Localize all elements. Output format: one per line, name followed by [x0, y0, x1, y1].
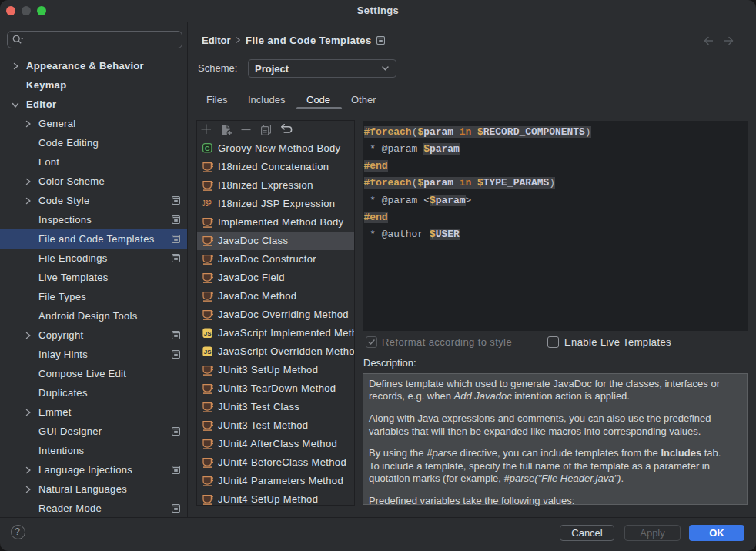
svg-text:JSP: JSP	[202, 199, 212, 208]
svg-text:G: G	[205, 145, 210, 152]
svg-text:JS: JS	[204, 349, 212, 356]
svg-text:JS: JS	[204, 330, 212, 337]
